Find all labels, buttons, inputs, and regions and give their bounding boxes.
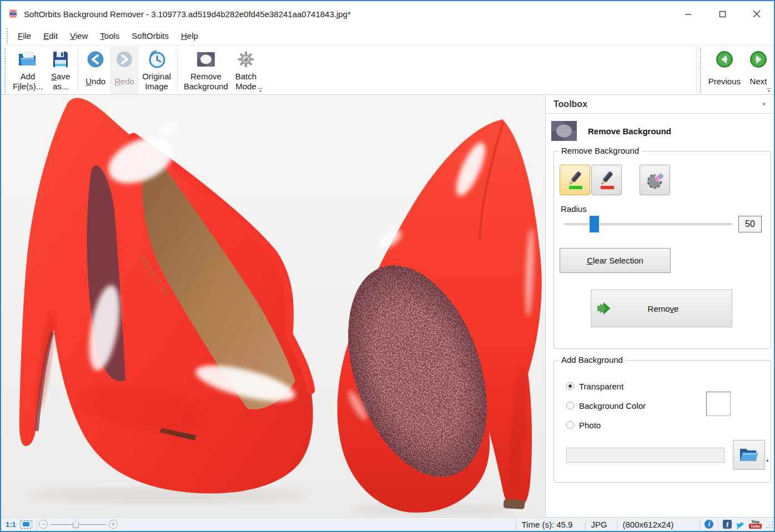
menu-view[interactable]: View bbox=[70, 31, 88, 40]
next-button[interactable]: Next bbox=[744, 46, 773, 94]
undo-label: Undo bbox=[85, 77, 105, 87]
nav-toolbar-grip[interactable] bbox=[700, 48, 703, 93]
minimize-button[interactable] bbox=[671, 1, 705, 27]
transparent-label: Transparent bbox=[579, 382, 623, 391]
remove-background-label-2: Background bbox=[184, 82, 228, 92]
redo-icon bbox=[115, 49, 133, 70]
info-icon[interactable]: i bbox=[704, 520, 713, 529]
menu-tools[interactable]: Tools bbox=[100, 31, 119, 40]
photo-label: Photo bbox=[579, 420, 601, 430]
mark-remove-tool-button[interactable] bbox=[591, 165, 622, 195]
close-button[interactable] bbox=[739, 1, 774, 27]
batch-mode-button[interactable]: Batch Mode bbox=[232, 46, 260, 94]
minimize-icon bbox=[685, 11, 692, 18]
window-resize-grip[interactable] bbox=[766, 518, 774, 531]
transparent-radio[interactable] bbox=[566, 382, 574, 390]
batch-mode-label-2: Mode bbox=[235, 82, 256, 92]
save-floppy-icon bbox=[52, 49, 69, 70]
smart-eraser-tool-button[interactable] bbox=[640, 165, 670, 195]
zoom-in-icon[interactable]: + bbox=[109, 520, 118, 529]
app-icon bbox=[8, 8, 19, 19]
green-marker-icon bbox=[565, 170, 586, 191]
undo-icon bbox=[87, 49, 104, 70]
toolbox-panel: Toolbox × Remove Background Remove Backg… bbox=[545, 95, 774, 517]
image-canvas[interactable]: 6016-3 37 bbox=[1, 95, 545, 517]
tool-head: Remove Background bbox=[546, 114, 774, 146]
transparent-option[interactable]: Transparent bbox=[566, 380, 765, 392]
radius-value-input[interactable] bbox=[738, 216, 762, 232]
file-format: JPG bbox=[586, 520, 617, 529]
youtube-icon[interactable]: You Tube bbox=[749, 520, 762, 529]
remove-arrow-icon bbox=[597, 302, 613, 315]
mark-keep-tool-button[interactable] bbox=[560, 165, 590, 195]
menubar-grip[interactable] bbox=[7, 28, 9, 43]
maximize-button[interactable] bbox=[705, 1, 739, 27]
toolbar-separator bbox=[78, 49, 78, 91]
smart-eraser-icon bbox=[644, 169, 666, 191]
menu-edit[interactable]: Edit bbox=[43, 31, 58, 40]
clear-selection-button[interactable]: Clear Selection bbox=[560, 248, 671, 273]
redo-label: Redo bbox=[114, 77, 134, 87]
add-files-button[interactable]: Add File(s)... bbox=[9, 46, 46, 94]
image-dimensions: (800x612x24) bbox=[617, 520, 699, 529]
add-files-label-2: File(s)... bbox=[13, 82, 43, 92]
batch-gear-icon bbox=[236, 49, 255, 70]
add-background-group: Add Background Transparent Background Co… bbox=[553, 360, 771, 483]
zoom-ratio-button[interactable]: 1:1 bbox=[6, 520, 16, 529]
photo-option[interactable]: Photo bbox=[566, 419, 765, 431]
fit-to-screen-icon[interactable] bbox=[20, 520, 32, 529]
nav-toolbar-overflow-chevron[interactable]: ▾ bbox=[766, 88, 772, 93]
radius-slider[interactable] bbox=[564, 215, 732, 234]
photo-path-input[interactable] bbox=[566, 448, 724, 463]
radius-slider-thumb[interactable] bbox=[590, 216, 599, 232]
toolbox-title: Toolbox bbox=[553, 99, 587, 109]
window-title: SoftOrbits Background Remover - 3.109773… bbox=[24, 9, 351, 19]
history-clock-icon bbox=[147, 49, 166, 70]
navigation-toolbar: Previous Next bbox=[696, 46, 773, 94]
background-color-swatch[interactable] bbox=[706, 392, 731, 416]
toolbox-close-icon[interactable]: × bbox=[762, 100, 766, 108]
open-folder-icon bbox=[738, 446, 759, 464]
next-label: Next bbox=[750, 77, 767, 87]
menu-help[interactable]: Help bbox=[181, 31, 198, 40]
statusbar: 1:1 − + Time (s): 45.9 JPG (800x612x24) … bbox=[1, 517, 774, 531]
redo-button[interactable]: Redo bbox=[110, 46, 139, 94]
previous-icon bbox=[715, 49, 734, 70]
facebook-icon[interactable]: f bbox=[723, 520, 732, 529]
remove-background-group: Remove Background bbox=[553, 151, 771, 349]
add-files-folder-icon bbox=[17, 49, 38, 70]
add-background-group-label: Add Background bbox=[558, 355, 626, 364]
zoom-out-icon[interactable]: − bbox=[39, 520, 48, 529]
titlebar: SoftOrbits Background Remover - 3.109773… bbox=[1, 1, 774, 27]
background-color-label: Background Color bbox=[579, 401, 646, 411]
save-as-button[interactable]: Save as... bbox=[46, 46, 75, 94]
processing-time: Time (s): 45.9 bbox=[516, 520, 585, 529]
close-icon bbox=[753, 10, 761, 18]
browse-more-dot bbox=[767, 460, 768, 462]
background-color-option[interactable]: Background Color bbox=[566, 399, 765, 412]
remove-background-button[interactable]: Remove Background bbox=[180, 46, 232, 94]
statusbar-separator bbox=[37, 520, 37, 529]
previous-button[interactable]: Previous bbox=[705, 46, 744, 94]
menu-softorbits[interactable]: SoftOrbits bbox=[132, 31, 169, 40]
remove-background-label-1: Remove bbox=[190, 72, 222, 82]
tool-head-label: Remove Background bbox=[588, 126, 671, 136]
statusbar-separator bbox=[699, 520, 700, 529]
toolbar-overflow-chevron[interactable]: ▾ bbox=[258, 88, 263, 93]
remove-background-tool-icon bbox=[551, 121, 577, 141]
toolbar-grip[interactable] bbox=[4, 48, 7, 93]
photo-radio[interactable] bbox=[566, 421, 574, 429]
zoom-slider[interactable] bbox=[51, 520, 106, 529]
original-image-label-1: Original bbox=[142, 72, 171, 82]
twitter-icon[interactable] bbox=[736, 520, 745, 529]
browse-photo-button[interactable] bbox=[733, 440, 765, 470]
original-image-button[interactable]: Original Image bbox=[139, 46, 174, 94]
toolbar-separator bbox=[177, 49, 178, 91]
remove-button[interactable]: Remove bbox=[591, 290, 732, 327]
app-window: SoftOrbits Background Remover - 3.109773… bbox=[0, 0, 775, 532]
menu-file[interactable]: File bbox=[18, 31, 31, 40]
add-files-label-1: Add bbox=[21, 72, 36, 82]
remove-background-group-label: Remove Background bbox=[558, 146, 642, 155]
background-color-radio[interactable] bbox=[566, 402, 574, 409]
undo-button[interactable]: Undo bbox=[81, 46, 110, 94]
